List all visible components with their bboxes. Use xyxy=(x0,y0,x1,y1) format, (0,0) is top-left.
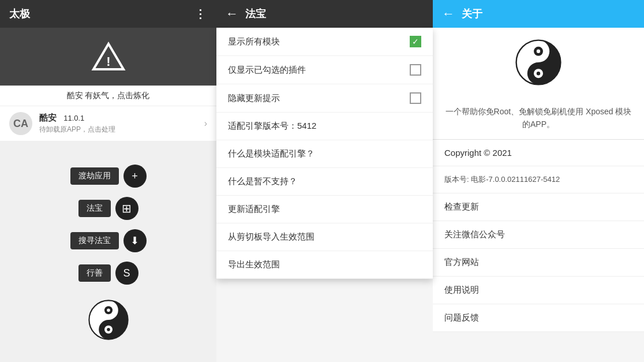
copyright-item: Copyright © 2021 xyxy=(433,140,644,166)
app-info: 酷安 11.0.1 待卸载原APP，点击处理 xyxy=(39,113,204,135)
app-icon: CA xyxy=(9,112,32,135)
search-fabao-button[interactable]: 搜寻法宝 xyxy=(70,232,119,249)
dropdown-item[interactable]: 适配引擎版本号：5412 xyxy=(216,113,433,140)
action-row-1: 渡劫应用 + xyxy=(70,165,147,188)
yin-yang-icon-large xyxy=(88,300,129,340)
right-header: ← 关于 xyxy=(433,0,644,28)
warning-text[interactable]: 酷安 有妖气，点击炼化 xyxy=(0,85,216,106)
checkbox-empty-icon[interactable] xyxy=(410,92,421,104)
right-panel: ← 关于 一个帮助你免Root、免解锁免刷机使用 Xposed 模块的APP。 … xyxy=(433,0,644,362)
left-header: 太极 ⋮ xyxy=(0,0,216,28)
dujie-circle-button[interactable]: + xyxy=(123,165,147,188)
website-item[interactable]: 官方网站 xyxy=(433,249,644,277)
about-list: Copyright © 2021 版本号: 电影-7.0.0.02111627-… xyxy=(433,140,644,362)
dropdown-item-label: 仅显示已勾选的插件 xyxy=(228,65,306,76)
check-update-item[interactable]: 检查更新 xyxy=(433,193,644,221)
action-buttons: 渡劫应用 + 法宝 ⊞ 搜寻法宝 ⬇ 行善 S xyxy=(0,141,216,352)
svg-point-11 xyxy=(537,72,540,75)
checkbox-empty-icon[interactable] xyxy=(410,64,421,76)
dropdown-item[interactable]: 导出生效范围 xyxy=(216,251,433,279)
svg-text:!: ! xyxy=(106,54,110,69)
dropdown-item[interactable]: 仅显示已勾选的插件 xyxy=(216,56,433,84)
dujie-button[interactable]: 渡劫应用 xyxy=(70,167,119,185)
middle-back-button[interactable]: ← xyxy=(226,6,238,21)
search-fabao-circle-button[interactable]: ⬇ xyxy=(123,229,147,252)
right-back-button[interactable]: ← xyxy=(442,6,455,21)
fabao-circle-button[interactable]: ⊞ xyxy=(115,197,138,220)
warning-icon: ! xyxy=(91,42,126,72)
menu-dots-button[interactable]: ⋮ xyxy=(194,7,207,21)
app-sub: 待卸载原APP，点击处理 xyxy=(39,125,204,135)
svg-point-5 xyxy=(107,308,110,312)
middle-header: ← 法宝 xyxy=(216,0,433,28)
feedback-item[interactable]: 问题反馈 xyxy=(433,304,644,332)
manual-item[interactable]: 使用说明 xyxy=(433,277,644,304)
dropdown-item-label: 显示所有模块 xyxy=(228,36,280,47)
dropdown-item-label: 导出生效范围 xyxy=(228,259,280,270)
warning-banner: ! xyxy=(0,28,216,85)
middle-title: 法宝 xyxy=(245,7,266,21)
about-description: 一个帮助你免Root、免解锁免刷机使用 Xposed 模块的APP。 xyxy=(433,97,644,140)
left-title: 太极 xyxy=(9,7,30,21)
dropdown-item[interactable]: 隐藏更新提示 xyxy=(216,84,433,113)
fabao-button[interactable]: 法宝 xyxy=(78,200,111,217)
svg-point-10 xyxy=(537,50,540,53)
dropdown-item-label: 从剪切板导入生效范围 xyxy=(228,232,314,242)
dropdown-item-label: 更新适配引擎 xyxy=(228,204,280,215)
left-panel: 太极 ⋮ ! 酷安 有妖气，点击炼化 CA 酷安 11.0.1 待卸载原APP，… xyxy=(0,0,216,362)
dropdown-item-label: 什么是模块适配引擎？ xyxy=(228,148,314,159)
action-row-2: 法宝 ⊞ xyxy=(78,197,138,220)
dropdown-item[interactable]: 显示所有模块✓ xyxy=(216,28,433,56)
dropdown-item[interactable]: 什么是暂不支持？ xyxy=(216,168,433,196)
checkbox-checked-icon[interactable]: ✓ xyxy=(410,36,421,47)
version-item: 版本号: 电影-7.0.0.02111627-5412 xyxy=(433,166,644,193)
right-title: 关于 xyxy=(462,7,482,21)
app-item[interactable]: CA 酷安 11.0.1 待卸载原APP，点击处理 › xyxy=(0,106,216,141)
dropdown-item[interactable]: 更新适配引擎 xyxy=(216,196,433,223)
yin-yang-about-icon xyxy=(515,39,561,85)
dropdown-menu: 显示所有模块✓仅显示已勾选的插件隐藏更新提示适配引擎版本号：5412什么是模块适… xyxy=(216,28,433,279)
chevron-right-icon: › xyxy=(204,118,207,129)
dropdown-item[interactable]: 从剪切板导入生效范围 xyxy=(216,223,433,251)
xingshan-button[interactable]: 行善 xyxy=(78,264,111,282)
middle-panel: ← 法宝 🔧 钉钉助手 钉钉工具 显示所有模块✓仅显示已勾选的插件隐藏更新提示适… xyxy=(216,0,433,362)
action-row-4: 行善 S xyxy=(78,262,138,285)
wechat-item[interactable]: 关注微信公众号 xyxy=(433,221,644,249)
action-row-3: 搜寻法宝 ⬇ xyxy=(70,229,147,252)
dropdown-item-label: 适配引擎版本号：5412 xyxy=(228,121,316,132)
xingshan-circle-button[interactable]: S xyxy=(115,262,138,285)
dropdown-item-label: 什么是暂不支持？ xyxy=(228,176,297,187)
dropdown-item[interactable]: 什么是模块适配引擎？ xyxy=(216,140,433,168)
about-logo-section xyxy=(433,28,644,97)
dropdown-item-label: 隐藏更新提示 xyxy=(228,93,280,104)
app-name: 酷安 11.0.1 xyxy=(39,113,204,124)
svg-point-6 xyxy=(107,328,110,331)
